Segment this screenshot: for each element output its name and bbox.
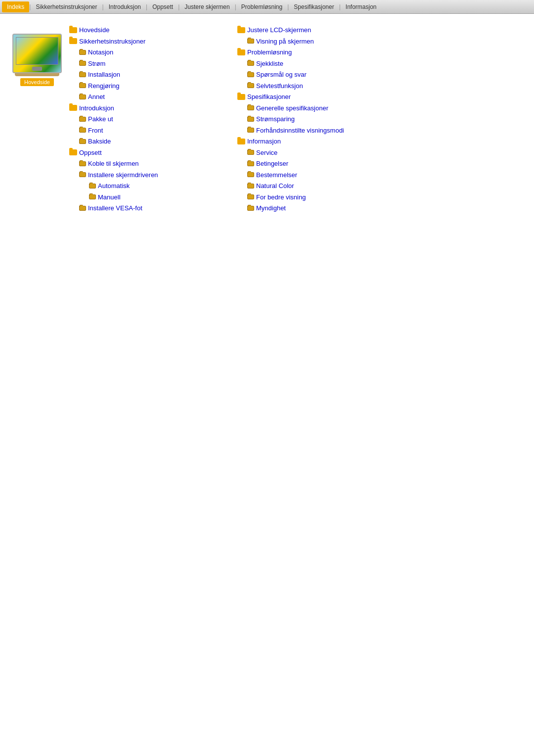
link-justere-lcd[interactable]: Justere LCD-skjermen [247,25,311,35]
tree-item-pakke-ut[interactable]: Pakke ut [79,114,227,124]
tree-item-vesa-fot[interactable]: Installere VESA-fot [79,203,227,213]
tree-item-oppsett[interactable]: Oppsett [69,148,227,158]
tree-item-stromsparing[interactable]: Strømsparing [247,114,396,124]
sidebar: Hovedside [5,24,69,215]
link-introduksjon[interactable]: Introduksjon [79,103,114,113]
link-stromsparing[interactable]: Strømsparing [256,114,295,124]
folder-icon-bestemmelser [247,172,254,177]
tree-item-annet[interactable]: Annet [79,92,227,102]
link-installasjon[interactable]: Installasjon [88,70,120,80]
tree-item-generelle[interactable]: Generelle spesifikasjoner [247,103,396,113]
tree-item-service[interactable]: Service [247,148,396,158]
link-spesifikasjoner[interactable]: Spesifikasjoner [247,92,291,102]
link-informasjon[interactable]: Informasjon [247,137,281,146]
folder-icon-sjekkliste [247,61,254,66]
link-front[interactable]: Front [88,126,103,136]
nav-item-justere[interactable]: Justere skjermen [179,1,234,12]
tree-item-for-bedre[interactable]: For bedre visning [247,192,396,202]
link-sjekkliste[interactable]: Sjekkliste [256,59,283,69]
folder-icon-sporsmal [247,72,254,77]
tree-item-koble-til[interactable]: Koble til skjermen [79,159,227,169]
link-koble-til[interactable]: Koble til skjermen [88,159,139,169]
nav-item-problemlosning[interactable]: Problemløsning [236,1,287,12]
tree-item-front[interactable]: Front [79,126,227,136]
sidebar-label[interactable]: Hovedside [20,78,54,86]
link-vesa-fot[interactable]: Installere VESA-fot [88,203,142,213]
tree-item-installasjon[interactable]: Installasjon [79,70,227,80]
link-bestemmelser[interactable]: Bestemmelser [256,170,297,180]
folder-icon-service [247,150,254,155]
tree-item-bestemmelser[interactable]: Bestemmelser [247,170,396,180]
folder-icon-justere-lcd [237,27,245,33]
folder-icon-automatisk [89,184,96,189]
link-myndighet[interactable]: Myndighet [256,203,286,213]
link-rengjoring[interactable]: Rengjøring [88,81,120,91]
link-natural-color[interactable]: Natural Color [256,181,294,191]
link-bakside[interactable]: Bakside [88,137,111,146]
folder-icon-installere-driver [79,172,86,177]
tree-item-justere-lcd[interactable]: Justere LCD-skjermen [237,25,396,35]
link-forhandsinnstilte[interactable]: Forhåndsinnstilte visningsmodi [256,126,344,136]
tree-item-introduksjon[interactable]: Introduksjon [69,103,227,113]
folder-icon-generelle [247,105,254,110]
nav-item-spesifikasjoner[interactable]: Spesifikasjoner [289,1,339,12]
nav-item-introduksjon[interactable]: Introduksjon [104,1,146,12]
tree-item-informasjon[interactable]: Informasjon [237,137,396,146]
tree-item-myndighet[interactable]: Myndighet [247,203,396,213]
nav-item-indeks[interactable]: Indeks [2,1,29,12]
tree-item-visning-pa[interactable]: Visning på skjermen [247,37,396,47]
link-generelle[interactable]: Generelle spesifikasjoner [256,103,328,113]
right-tree-column: Justere LCD-skjermen Visning på skjermen… [227,24,396,215]
link-pakke-ut[interactable]: Pakke ut [88,114,113,124]
link-selvtest[interactable]: Selvtestfunksjon [256,81,303,91]
tree-item-manuell[interactable]: Manuell [89,192,227,202]
link-oppsett[interactable]: Oppsett [79,148,102,158]
tree-item-betingelser[interactable]: Betingelser [247,159,396,169]
link-sporsmal[interactable]: Spørsmål og svar [256,70,307,80]
link-service[interactable]: Service [256,148,277,158]
tree-item-sikkerhet[interactable]: Sikkerhetsinstruksjoner [69,37,227,47]
folder-icon-problemlosning [237,49,245,55]
link-betingelser[interactable]: Betingelser [256,159,288,169]
tree-item-forhandsinnstilte[interactable]: Forhåndsinnstilte visningsmodi [247,126,396,136]
tree-item-automatisk[interactable]: Automatisk [89,181,227,191]
link-problemlosning[interactable]: Problemløsning [247,47,292,57]
link-strom[interactable]: Strøm [88,59,105,69]
tree-item-bakside[interactable]: Bakside [79,137,227,146]
tree-item-rengjoring[interactable]: Rengjøring [79,81,227,91]
folder-icon-sikkerhet [69,38,77,44]
link-manuell[interactable]: Manuell [98,192,121,202]
tree-item-installere-driver[interactable]: Installere skjermdriveren [79,170,227,180]
nav-item-informasjon[interactable]: Informasjon [341,1,382,12]
tree-item-problemlosning[interactable]: Problemløsning [237,47,396,57]
link-visning-pa[interactable]: Visning på skjermen [256,37,314,47]
tree-item-hovedside[interactable]: Hovedside [69,25,227,35]
tree-item-natural-color[interactable]: Natural Color [247,181,396,191]
link-automatisk[interactable]: Automatisk [98,181,130,191]
link-annet[interactable]: Annet [88,92,105,102]
link-installere-driver[interactable]: Installere skjermdriveren [88,170,158,180]
folder-icon-forhandsinnstilte [247,128,254,133]
folder-icon-strom [79,61,86,66]
tree-item-selvtest[interactable]: Selvtestfunksjon [247,81,396,91]
link-notasjon[interactable]: Notasjon [88,47,113,57]
folder-icon-hovedside [69,27,77,33]
nav-item-sikkerhet[interactable]: Sikkerhetsinstruksjoner [31,1,102,12]
tree-item-strom[interactable]: Strøm [79,59,227,69]
folder-icon-betingelser [247,161,254,166]
nav-item-oppsett[interactable]: Oppsett [147,1,178,12]
folder-icon-annet [79,94,86,99]
tree-item-sporsmal[interactable]: Spørsmål og svar [247,70,396,80]
tree-item-notasjon[interactable]: Notasjon [79,47,227,57]
tree-item-sjekkliste[interactable]: Sjekkliste [247,59,396,69]
link-sikkerhet[interactable]: Sikkerhetsinstruksjoner [79,37,145,47]
folder-icon-selvtest [247,83,254,88]
tree-item-spesifikasjoner[interactable]: Spesifikasjoner [237,92,396,102]
main-content: Hovedside Hovedside Sikkerhetsinstruksjo… [0,14,534,225]
link-for-bedre[interactable]: For bedre visning [256,192,306,202]
folder-icon-rengjoring [79,83,86,88]
folder-icon-stromsparing [247,117,254,122]
folder-icon-introduksjon [69,105,77,111]
folder-icon-koble-til [79,161,86,166]
link-hovedside[interactable]: Hovedside [79,25,109,35]
